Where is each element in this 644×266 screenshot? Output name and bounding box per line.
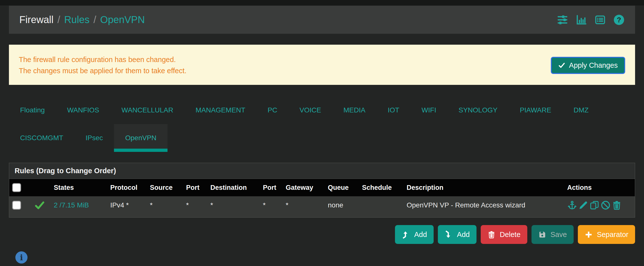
pass-check-icon (34, 200, 49, 210)
info-icon[interactable]: i (15, 251, 28, 263)
schedule-cell (359, 196, 404, 214)
states-link[interactable]: 2 /7.15 MiB (54, 201, 89, 209)
description-cell: OpenVPN VP - Remote Access wizard (404, 196, 564, 214)
save-label: Save (550, 230, 567, 239)
status-column-header (32, 179, 51, 196)
trash-icon (488, 230, 496, 239)
breadcrumb-separator: / (58, 14, 60, 25)
breadcrumb-section-firewall: Firewall (19, 14, 54, 25)
breadcrumb: Firewall / Rules / OpenVPN (19, 14, 145, 25)
apply-changes-label: Apply Changes (569, 61, 618, 70)
tab-wancellular[interactable]: WANCELLULAR (110, 96, 184, 124)
apply-changes-button[interactable]: Apply Changes (551, 57, 625, 74)
top-band (0, 0, 644, 6)
row-checkbox[interactable] (12, 201, 21, 210)
apply-changes-alert: The firewall rule configuration has been… (9, 45, 635, 85)
tab-ciscomgmt[interactable]: CISCOMGMT (9, 124, 74, 152)
destination-cell: * (208, 196, 260, 214)
svg-text:?: ? (617, 16, 621, 24)
delete-button[interactable]: Delete (481, 225, 527, 244)
tab-dmz[interactable]: DMZ (562, 96, 600, 124)
tab-piaware[interactable]: PIAWARE (509, 96, 562, 124)
chart-bar-icon[interactable] (576, 14, 587, 26)
rules-table-header-row: States Protocol Source Port Destination … (9, 179, 635, 196)
plus-icon (584, 230, 593, 239)
log-list-icon[interactable] (594, 14, 606, 26)
save-floppy-icon (538, 230, 546, 239)
copy-icon[interactable] (590, 200, 600, 210)
arrow-turn-down-icon (444, 230, 453, 239)
source-port-cell: * (183, 196, 208, 214)
alert-line-2: The changes must be applied for them to … (19, 65, 186, 76)
protocol-cell: IPv4 * (107, 196, 147, 214)
tab-synology[interactable]: SYNOLOGY (447, 96, 508, 124)
rules-panel-title: Rules (Drag to Change Order) (9, 163, 635, 179)
rules-panel-body: States Protocol Source Port Destination … (9, 179, 635, 217)
add-separator-button[interactable]: Separator (578, 225, 635, 244)
anchor-icon[interactable] (567, 200, 577, 210)
tab-iot[interactable]: IOT (377, 96, 410, 124)
source-cell: * (147, 196, 183, 214)
alert-message: The firewall rule configuration has been… (19, 54, 186, 76)
description-column-header: Description (404, 179, 564, 196)
states-column-header: States (51, 179, 107, 196)
dest-port-cell: * (260, 196, 283, 214)
schedule-column-header: Schedule (359, 179, 404, 196)
tab-management[interactable]: MANAGEMENT (184, 96, 256, 124)
breadcrumb-bar: Firewall / Rules / OpenVPN (9, 6, 635, 34)
tab-ipsec[interactable]: IPsec (74, 124, 114, 152)
info-row: i (9, 251, 635, 263)
add-bottom-label: Add (457, 230, 470, 239)
actions-column-header: Actions (564, 179, 635, 196)
sliders-icon[interactable] (557, 14, 568, 26)
gateway-column-header: Gateway (283, 179, 325, 196)
tab-voice[interactable]: VOICE (288, 96, 332, 124)
footer-actions: Add Add (9, 225, 635, 244)
add-rule-bottom-button[interactable]: Add (438, 225, 476, 244)
rules-panel: Rules (Drag to Change Order) States Prot… (9, 163, 635, 218)
disable-ban-icon[interactable] (601, 200, 610, 210)
source-port-column-header: Port (183, 179, 208, 196)
header-icon-group: ? (557, 14, 625, 26)
tab-media[interactable]: MEDIA (332, 96, 377, 124)
queue-cell: none (325, 196, 359, 214)
queue-column-header: Queue (325, 179, 359, 196)
edit-pencil-icon[interactable] (578, 200, 588, 210)
tab-wifi[interactable]: WIFI (410, 96, 447, 124)
tab-openvpn[interactable]: OpenVPN (114, 124, 168, 152)
tab-wanfios[interactable]: WANFIOS (56, 96, 110, 124)
dest-port-column-header: Port (260, 179, 283, 196)
delete-label: Delete (500, 230, 520, 239)
source-column-header: Source (147, 179, 183, 196)
table-row[interactable]: 2 /7.15 MiB IPv4 * * * * * * none OpenVP… (9, 196, 635, 214)
delete-trash-icon[interactable] (612, 200, 622, 210)
gateway-cell: * (283, 196, 325, 214)
protocol-column-header: Protocol (107, 179, 147, 196)
separator-label: Separator (597, 230, 628, 239)
destination-column-header: Destination (208, 179, 260, 196)
check-icon (558, 62, 565, 69)
breadcrumb-separator: / (94, 14, 96, 25)
help-icon[interactable]: ? (613, 14, 625, 26)
rules-table: States Protocol Source Port Destination … (9, 179, 635, 214)
breadcrumb-link-openvpn[interactable]: OpenVPN (100, 14, 145, 25)
row-action-icons (567, 200, 633, 210)
save-button[interactable]: Save (532, 225, 574, 244)
breadcrumb-link-rules[interactable]: Rules (64, 14, 90, 25)
tab-floating[interactable]: Floating (9, 96, 56, 124)
arrow-turn-up-icon (402, 230, 410, 239)
alert-line-1: The firewall rule configuration has been… (19, 54, 186, 65)
interface-tabs: Floating WANFIOS WANCELLULAR MANAGEMENT … (9, 96, 635, 152)
add-top-label: Add (414, 230, 427, 239)
tab-pc[interactable]: PC (256, 96, 288, 124)
pfsense-firewall-rules-page: Firewall / Rules / OpenVPN (0, 0, 644, 266)
select-all-checkbox[interactable] (12, 183, 21, 192)
add-rule-top-button[interactable]: Add (395, 225, 434, 244)
